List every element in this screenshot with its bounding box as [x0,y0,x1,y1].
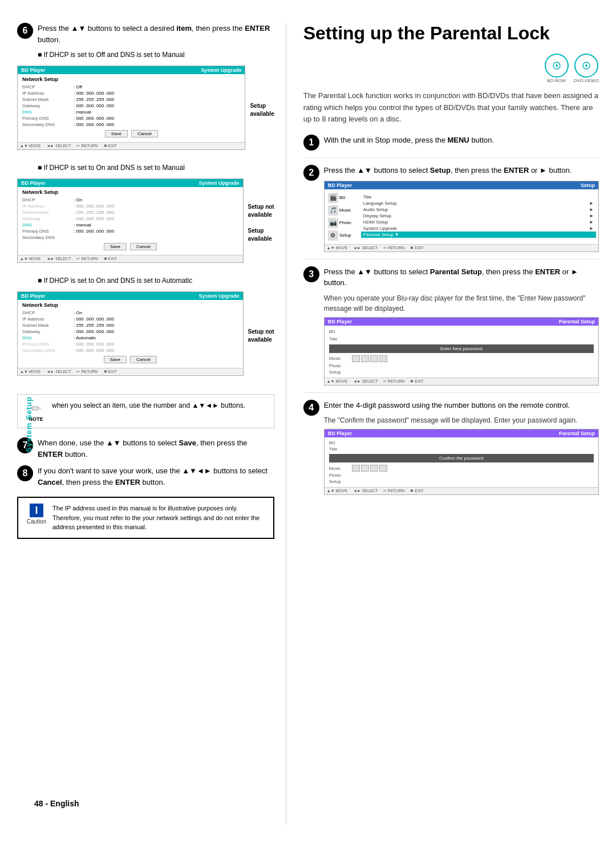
menu-item-display: Display Setup► [361,213,596,219]
page-footer: 48 - English [34,799,79,808]
note-text: when you select an item, use the number … [52,400,245,411]
sidebar-icon-music: 🎵 [328,205,338,216]
screen1-body: Network Setup DHCP: Off IP Address: 000 … [18,74,245,142]
dvdvideo-disc: DVD-VIDEO [574,53,599,83]
setup-menu-header: BD Player Setup [325,181,598,189]
section-vertical-label: System Setup [25,396,33,452]
screen1-side-label: Setupavailable [250,102,274,118]
network-screen-1: BD Player System Upgrade Network Setup D… [17,66,245,150]
screen2-container: BD Player System Upgrade Network Setup D… [17,174,274,272]
caution-text: The IP address used in this manual is fo… [52,504,265,532]
screen2-title: Network Setup [22,189,238,195]
bdrom-icon [544,53,569,78]
screen1-save[interactable]: Save [105,130,128,137]
setup-menu-footer: ▲▼ MOVE◄► SELECT↩ RETURN✱ EXIT [325,244,598,251]
confirm-header: BD Player Parental Setup [325,429,598,437]
confirm-header-left: BD Player [328,431,352,436]
step-6-text: Press the ▲▼ buttons to select a desired… [38,23,274,45]
right-step-3-number: 3 [303,266,319,282]
screen1-cancel[interactable]: Cancel [131,130,158,137]
setup-menu-header-right: Setup [581,182,595,188]
svg-point-2 [556,64,558,67]
caution-icon: I [30,504,43,517]
confirm-box-3 [370,465,378,472]
right-step-1: 1 With the unit in Stop mode, press the … [303,135,599,158]
sidebar-icon-setup: ⚙ [328,230,338,241]
screen2-header-left: BD Player [21,180,46,186]
right-step-3-content: Press the ▲▼ buttons to select Parental … [324,266,599,386]
confirm-password-screen: BD Player Parental Setup BD Title Confir… [324,429,599,495]
page-container: System Setup 6 Press the ▲▼ buttons to s… [0,0,616,848]
pass-box-3 [370,355,378,362]
password-screen-1: BD Player Parental Setup BD Title Enter … [324,317,599,386]
screen3-side-label: Setup notavailable [248,328,274,344]
screen3-container: BD Player System Upgrade Network Setup D… [17,287,274,385]
screen1-title: Network Setup [22,76,240,82]
screen2-save[interactable]: Save [104,243,127,250]
step4-subtext: The "Confirm the password" message will … [324,415,599,425]
menu-item-language: Language Setup► [361,200,596,206]
pass-box-2 [361,355,369,362]
screen3-header-left: BD Player [21,293,46,299]
menu-item-title: Title [361,194,596,200]
setup-menu-list: Title Language Setup► Audio Setup► Displ… [361,192,596,242]
right-step-4-text: Enter the 4-digit password using the num… [324,400,599,411]
step-6-number: 6 [17,23,33,39]
menu-item-parental: Parental Setup ▼ [361,232,596,238]
screen1-header: BD Player System Upgrade [18,66,245,74]
pass-box-4 [379,355,387,362]
sidebar-label-photo: Photo [339,220,351,225]
section-description: The Parental Lock function works in conj… [303,90,599,125]
confirm-boxes: Music [329,464,594,472]
right-step-1-text: With the unit in Stop mode, press the ME… [324,135,599,146]
right-step-2-text: Press the ▲▼ buttons to select Setup, th… [324,165,599,176]
menu-item-hdmi: HDMI Setup► [361,219,596,225]
screen2: BD Player System Upgrade Network Setup D… [17,174,244,272]
password-dialog-1: Enter New password [329,344,594,353]
confirm-box-4 [379,465,387,472]
screen3-header-right: System Upgrade [199,293,240,299]
password-boxes-1: Music [329,355,594,363]
confirm-box-1 [352,465,360,472]
password-header-1: BD Player Parental Setup [325,318,598,326]
screen2-cancel[interactable]: Cancel [130,243,157,250]
setup-menu-header-left: BD Player [328,182,352,188]
screen1-header-left: BD Player [21,67,46,73]
left-column: System Setup 6 Press the ▲▼ buttons to s… [17,23,286,825]
setup-menu-body: 🎬 BD 🎵 Music 📷 Photo [325,189,598,244]
right-step-4: 4 Enter the 4-digit password using the n… [303,400,599,502]
right-step-2: 2 Press the ▲▼ buttons to select Setup, … [303,165,599,259]
note-box: ✏ NOTE when you select an item, use the … [17,394,274,428]
sidebar-icon-bd: 🎬 [328,193,338,203]
screen1-container: BD Player System Upgrade Network Setup D… [17,61,274,159]
step-6-row: 6 Press the ▲▼ buttons to select a desir… [17,23,274,45]
screen3-header: BD Player System Upgrade [18,292,243,300]
screen2-header-right: System Upgrade [199,180,240,186]
right-step-4-content: Enter the 4-digit password using the num… [324,400,599,496]
confirm-footer: ▲▼ MOVE◄► SELECT↩ RETURN✱ EXIT [325,487,598,494]
disc-icons-container: BD-ROM DVD-VIDEO [303,53,599,83]
caution-label: Caution [27,518,46,525]
screen3-title: Network Setup [22,302,238,308]
screen1: BD Player System Upgrade Network Setup D… [17,61,245,159]
network-screen-3: BD Player System Upgrade Network Setup D… [17,291,244,376]
step-8-row: 8 If you don't want to save your work, u… [17,465,274,488]
screen2-header: BD Player System Upgrade [18,179,243,187]
pass-box-1 [352,355,360,362]
right-step-2-number: 2 [303,165,319,181]
confirm-body: BD Title Confirm the password Music [325,437,598,487]
step3-subtext: When you operate your Blu-ray disc playe… [324,293,599,314]
sidebar-label-music: Music [339,208,351,213]
sidebar-icon-photo: 📷 [328,218,338,228]
page-title: Setting up the Parental Lock [303,23,599,44]
caution-box: I Caution The IP address used in this ma… [17,497,274,539]
step-8-number: 8 [17,465,33,481]
svg-point-5 [585,64,587,67]
setup-sidebar: 🎬 BD 🎵 Music 📷 Photo [327,192,361,242]
screen3-save[interactable]: Save [104,356,127,363]
dvd-icon [574,53,599,78]
right-step-4-number: 4 [303,400,319,416]
screen3-cancel[interactable]: Cancel [130,356,157,363]
right-column: Setting up the Parental Lock BD-ROM DVD-… [286,23,599,825]
step-8-text: If you don't want to save your work, use… [38,465,274,488]
